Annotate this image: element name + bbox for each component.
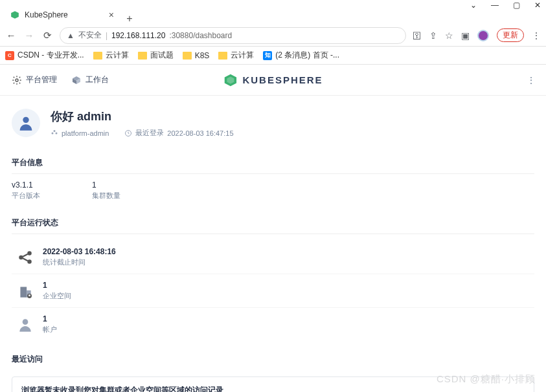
brand-icon <box>223 73 237 87</box>
insecure-icon: ▲ <box>67 31 74 40</box>
star-icon[interactable]: ☆ <box>445 30 453 41</box>
folder-icon <box>138 52 147 60</box>
bookmark-item[interactable]: 云计算 <box>218 50 254 61</box>
stat-value: 1 <box>43 314 57 323</box>
platform-mgmt-button[interactable]: 平台管理 <box>12 74 57 85</box>
user-avatar-icon <box>17 114 35 132</box>
role-label: platform-admin <box>62 129 109 137</box>
address-bar: ← → ⟳ ▲ 不安全 | 192.168.111.20:30880/dashb… <box>0 25 546 47</box>
svg-point-7 <box>23 117 28 123</box>
clusters-cell: 1 集群数量 <box>92 180 120 201</box>
close-icon[interactable]: ✕ <box>534 1 541 9</box>
zhihu-icon: 知 <box>263 51 272 60</box>
bookmark-item[interactable]: K8S <box>183 51 210 60</box>
url-field[interactable]: ▲ 不安全 | 192.168.111.20:30880/dashboard <box>60 27 406 44</box>
last-login-label: 最近登录 <box>135 128 164 138</box>
svg-point-19 <box>23 319 28 325</box>
svg-marker-0 <box>11 11 19 19</box>
new-tab-button[interactable]: + <box>120 13 139 25</box>
dashboard: 你好 admin platform-admin 最近登录 2022-08-03 … <box>0 96 546 392</box>
version-cell: v3.1.1 平台版本 <box>12 180 40 201</box>
update-button[interactable]: 更新 <box>497 28 524 42</box>
bookmark-label: 云计算 <box>106 50 129 61</box>
hello-title: 你好 admin <box>51 109 234 124</box>
url-host: 192.168.111.20 <box>111 31 165 40</box>
workbench-label: 工作台 <box>85 74 109 85</box>
stat-label: 企业空间 <box>43 291 71 301</box>
key-icon[interactable]: ⚿ <box>413 30 422 41</box>
bookmark-label: 云计算 <box>231 50 254 61</box>
user-icon <box>17 316 34 333</box>
stat-value: 1 <box>43 281 71 290</box>
share-icon <box>17 249 34 266</box>
svg-point-9 <box>56 132 58 134</box>
minimize-icon[interactable]: — <box>491 1 499 9</box>
status-header: 平台运行状态 <box>12 212 534 234</box>
folder-icon <box>218 52 227 60</box>
status-stat: 1帐户 <box>12 308 534 341</box>
stat-value: 2022-08-03 16:48:16 <box>43 247 116 256</box>
version-label: 平台版本 <box>12 191 40 201</box>
appbar-menu-icon[interactable] <box>527 75 536 85</box>
last-login-value: 2022-08-03 16:47:15 <box>167 129 233 137</box>
gear-icon <box>12 75 22 85</box>
chevron-down-icon[interactable]: ⌄ <box>470 1 477 9</box>
stat-label: 统计截止时间 <box>43 257 116 267</box>
svg-point-1 <box>16 79 18 82</box>
maximize-icon[interactable]: ▢ <box>513 1 520 9</box>
tab-kubesphere[interactable]: KubeSphere × <box>4 5 120 25</box>
folder-icon <box>183 52 192 60</box>
menu-icon[interactable]: ⋮ <box>532 30 541 41</box>
cube-icon <box>71 75 82 85</box>
kubesphere-favicon <box>10 10 19 19</box>
hello-card: 你好 admin platform-admin 最近登录 2022-08-03 … <box>12 109 534 138</box>
url-separator: | <box>106 31 108 40</box>
watermark: CSDN @糖醋·小排顾 <box>437 373 536 386</box>
status-stat: 2022-08-03 16:48:16统计截止时间 <box>12 241 534 274</box>
svg-rect-18 <box>28 294 30 296</box>
svg-point-10 <box>54 130 56 132</box>
clock-icon <box>124 129 132 137</box>
bookmark-item[interactable]: 云计算 <box>93 50 129 61</box>
folder-icon <box>93 52 102 60</box>
platform-info-header: 平台信息 <box>12 152 534 174</box>
clusters-label: 集群数量 <box>92 191 120 201</box>
building-icon <box>17 283 34 299</box>
role-icon <box>51 129 58 137</box>
bookmark-item[interactable]: 知(2 条消息) 首页 -... <box>263 50 339 61</box>
bookmark-item[interactable]: CCSDN - 专业开发... <box>5 50 84 61</box>
status-stat: 1企业空间 <box>12 274 534 308</box>
tab-title: KubeSphere <box>25 10 104 19</box>
share-icon[interactable]: ⇪ <box>429 30 437 41</box>
platform-info-row: v3.1.1 平台版本 1 集群数量 <box>12 180 534 201</box>
extensions-icon[interactable]: ▣ <box>461 30 470 41</box>
tab-strip: KubeSphere × + <box>0 5 546 25</box>
last-login: 最近登录 2022-08-03 16:47:15 <box>124 128 233 138</box>
bookmark-label: CSDN - 专业开发... <box>17 50 84 61</box>
workbench-button[interactable]: 工作台 <box>71 74 109 85</box>
brand-logo[interactable]: KUBESPHERE <box>223 73 323 87</box>
reload-button[interactable]: ⟳ <box>41 30 53 41</box>
tab-close-icon[interactable]: × <box>109 10 114 20</box>
platform-mgmt-label: 平台管理 <box>26 74 57 85</box>
clusters-value: 1 <box>92 180 120 190</box>
bookmark-label: (2 条消息) 首页 -... <box>275 50 339 61</box>
profile-avatar-icon[interactable] <box>477 30 489 41</box>
app-top-bar: 平台管理 工作台 KUBESPHERE <box>0 65 546 96</box>
recent-header: 最近访问 <box>12 349 534 370</box>
role-chip: platform-admin <box>51 129 109 137</box>
bookmarks-bar: CCSDN - 专业开发...云计算面试题K8S云计算知(2 条消息) 首页 -… <box>0 47 546 65</box>
url-path: :30880/dashboard <box>169 31 232 40</box>
bookmark-item[interactable]: 面试题 <box>138 50 174 61</box>
version-value: v3.1.1 <box>12 180 40 190</box>
forward-button[interactable]: → <box>23 30 35 41</box>
bookmark-label: 面试题 <box>150 50 174 61</box>
stat-label: 帐户 <box>43 325 57 334</box>
csdn-icon: C <box>5 51 14 60</box>
svg-rect-15 <box>20 287 27 297</box>
back-button[interactable]: ← <box>5 30 17 41</box>
brand-text: KUBESPHERE <box>242 74 323 85</box>
stats-list: 2022-08-03 16:48:16统计截止时间1企业空间1帐户 <box>12 241 534 341</box>
recent-line1: 浏览器暂未收录到您对集群或者企业空间等区域的访问记录 <box>21 385 525 392</box>
user-avatar <box>12 109 40 137</box>
